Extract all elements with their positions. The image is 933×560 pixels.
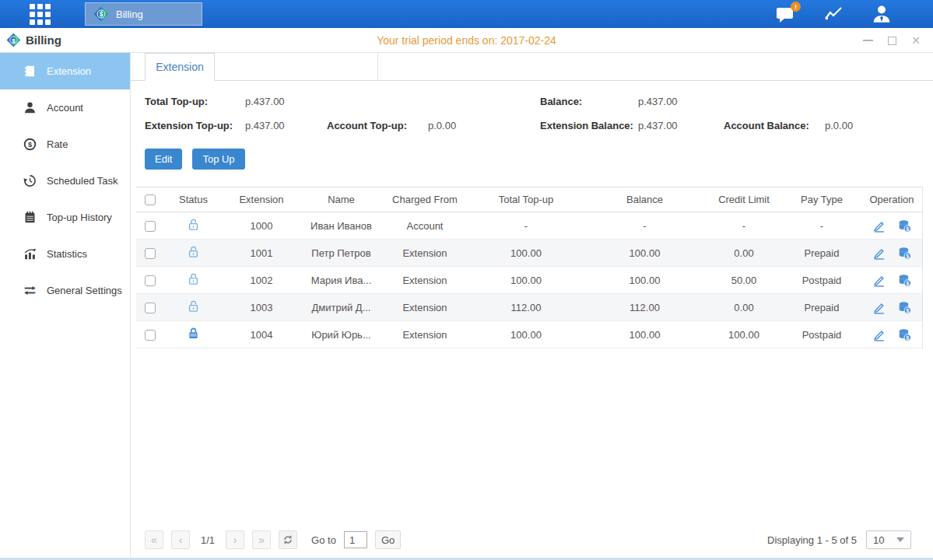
cell-pay-type: Prepaid (783, 302, 861, 313)
cell-balance: 100.00 (584, 275, 705, 286)
goto-label: Go to (311, 534, 336, 546)
close-icon[interactable]: ✕ (910, 34, 922, 47)
window-title: $ Billing (6, 33, 61, 47)
cell-credit-limit: 0.00 (705, 302, 783, 313)
notifications-chat-icon[interactable]: ! (773, 3, 798, 25)
cell-credit-limit: - (705, 220, 783, 232)
extension-balance-label: Extension Balance: (540, 120, 638, 131)
col-total-topup: Total Top-up (468, 194, 584, 205)
last-page-button[interactable]: » (252, 530, 271, 549)
edit-row-icon[interactable] (872, 219, 886, 233)
sidebar-item-account[interactable]: Account (0, 89, 130, 126)
general-settings-icon (23, 284, 37, 297)
refresh-button[interactable] (279, 530, 297, 549)
top-up-row-icon[interactable]: $ (898, 219, 911, 233)
page-size-select[interactable]: 10 (866, 530, 911, 549)
row-checkbox[interactable] (145, 221, 156, 232)
chevron-down-icon (896, 537, 904, 542)
cell-charged-from: Extension (382, 329, 468, 341)
sidebar-item-extension[interactable]: Extension (0, 53, 130, 89)
cell-extension: 1004 (223, 329, 300, 341)
status-unlocked-icon (164, 245, 223, 261)
top-up-button[interactable]: Top Up (192, 149, 244, 170)
status-unlocked-icon (164, 299, 223, 315)
edit-row-icon[interactable] (872, 328, 886, 341)
cell-extension: 1002 (223, 275, 300, 286)
cell-balance: 100.00 (584, 247, 705, 259)
page-indicator: 1/1 (201, 534, 215, 546)
apps-grid-icon[interactable] (30, 4, 51, 25)
sidebar-item-rate[interactable]: $ Rate (0, 126, 130, 163)
balance-label: Balance: (540, 96, 638, 107)
total-topup-value: p.437.00 (245, 96, 327, 107)
next-page-button[interactable]: › (226, 530, 244, 549)
minimize-icon[interactable] (861, 34, 874, 47)
svg-text:$: $ (100, 10, 103, 18)
svg-text:$: $ (906, 335, 909, 341)
cell-charged-from: Account (382, 220, 468, 232)
cell-total-topup: 112.00 (468, 302, 584, 313)
tab-bar: Extension (131, 53, 933, 81)
sidebar-item-label: General Settings (47, 285, 122, 296)
svg-text:$: $ (12, 37, 16, 44)
top-up-row-icon[interactable]: $ (898, 301, 911, 314)
sidebar-item-label: Scheduled Task (47, 175, 118, 187)
sidebar-item-label: Extension (47, 65, 91, 77)
statistics-icon (23, 247, 37, 261)
cell-name: Мария Ива... (300, 275, 382, 286)
user-account-icon[interactable] (869, 3, 894, 25)
edit-row-icon[interactable] (872, 301, 886, 314)
col-name: Name (300, 194, 382, 205)
status-locked-icon (164, 327, 223, 342)
sidebar-item-topup-history[interactable]: Top-up History (0, 199, 130, 236)
cell-pay-type: Postpaid (783, 329, 861, 341)
select-all-checkbox[interactable] (145, 194, 156, 205)
cell-charged-from: Extension (382, 247, 468, 259)
svg-text:$: $ (906, 254, 909, 260)
sidebar-item-scheduled-task[interactable]: Scheduled Task (0, 163, 130, 199)
edit-button[interactable]: Edit (145, 149, 182, 170)
svg-text:$: $ (906, 281, 909, 287)
cell-pay-type: Prepaid (783, 247, 861, 259)
edit-row-icon[interactable] (872, 247, 886, 260)
tab-extension[interactable]: Extension (145, 53, 215, 81)
col-pay-type: Pay Type (783, 194, 861, 205)
col-status: Status (164, 194, 223, 205)
cell-balance: 100.00 (584, 329, 705, 341)
row-checkbox[interactable] (145, 303, 156, 313)
status-unlocked-icon (164, 272, 223, 288)
top-up-row-icon[interactable]: $ (898, 247, 911, 260)
refresh-icon (282, 534, 293, 545)
account-topup-value: p.0.00 (428, 120, 540, 131)
taskbar-billing-app[interactable]: $ Billing (85, 2, 202, 26)
row-checkbox[interactable] (145, 330, 156, 341)
table-row: 1003 Дмитрий Д... Extension 112.00 112.0… (136, 294, 922, 321)
extension-balance-value: p.437.00 (638, 120, 724, 131)
main-content: Extension Total Top-up: p.437.00 Balance… (131, 53, 933, 558)
extension-icon (23, 65, 37, 78)
top-up-row-icon[interactable]: $ (898, 328, 911, 341)
maximize-icon[interactable] (886, 34, 898, 47)
edit-row-icon[interactable] (872, 274, 886, 287)
sidebar-item-label: Top-up History (47, 212, 112, 223)
account-balance-value: p.0.00 (825, 120, 933, 131)
statistics-chart-icon[interactable] (821, 3, 846, 25)
row-checkbox[interactable] (145, 275, 156, 286)
sidebar-item-general-settings[interactable]: General Settings (0, 272, 130, 309)
top-up-row-icon[interactable]: $ (898, 274, 911, 287)
col-charged-from: Charged From (382, 194, 468, 205)
sidebar: Extension Account $ Rate Scheduled Task (0, 53, 131, 558)
goto-page-input[interactable] (344, 531, 367, 548)
window-title-text: Billing (26, 33, 61, 47)
cell-balance: 112.00 (584, 302, 705, 313)
row-checkbox[interactable] (145, 248, 156, 259)
sidebar-item-statistics[interactable]: Statistics (0, 236, 130, 272)
displaying-text: Displaying 1 - 5 of 5 (767, 534, 857, 546)
go-button[interactable]: Go (375, 530, 401, 549)
table-row: 1004 Юрий Юрь... Extension 100.00 100.00… (136, 321, 922, 348)
cell-balance: - (584, 220, 705, 232)
cell-name: Юрий Юрь... (300, 329, 382, 341)
first-page-button[interactable]: « (145, 530, 163, 549)
pagination-bar: « ‹ 1/1 › » Go to Go Displaying 1 - 5 of… (131, 522, 933, 558)
prev-page-button[interactable]: ‹ (171, 530, 190, 549)
